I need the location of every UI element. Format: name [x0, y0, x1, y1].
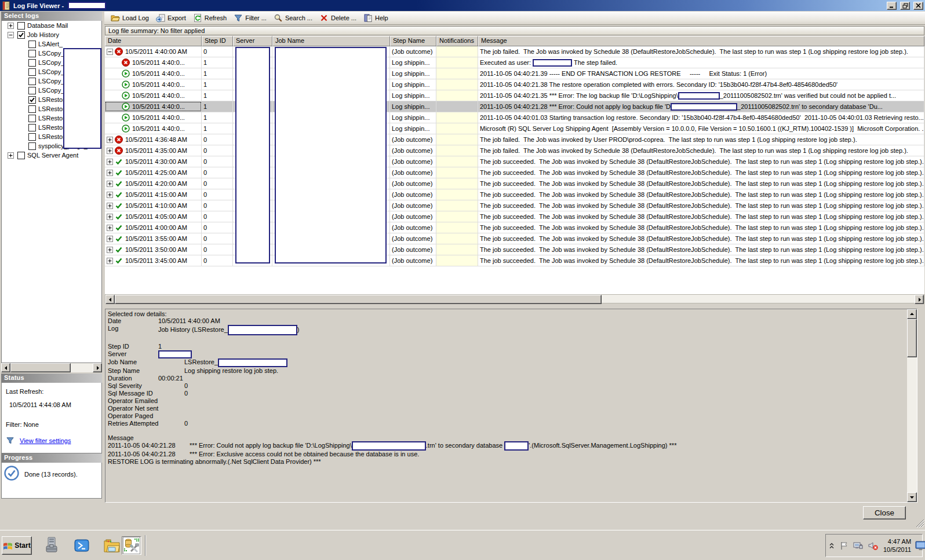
expand-icon[interactable]	[107, 148, 113, 154]
minimize-button[interactable]	[887, 2, 897, 10]
network-icon[interactable]	[853, 541, 864, 551]
scrollbar-thumb[interactable]	[115, 295, 602, 304]
column-header-step-name[interactable]: Step Name	[390, 36, 436, 46]
export-button[interactable]: Export	[152, 12, 190, 24]
view-filter-settings-link[interactable]: View filter settings	[20, 437, 71, 444]
column-header-message[interactable]: Message	[478, 36, 924, 46]
checkbox-unchecked[interactable]	[28, 124, 36, 131]
scroll-up-icon[interactable]	[907, 309, 917, 319]
scroll-left-icon[interactable]	[105, 295, 115, 304]
tree-item-job-history[interactable]: Job History	[2, 30, 101, 39]
expand-icon[interactable]	[107, 247, 113, 253]
scroll-down-icon[interactable]	[907, 492, 917, 502]
expand-icon[interactable]	[8, 152, 14, 159]
log-row[interactable]: 10/5/2011 4:40:00 AM0(Job outcome)The jo…	[105, 46, 924, 57]
notifications-cell	[436, 167, 478, 178]
checkbox-unchecked[interactable]	[28, 105, 36, 113]
log-row[interactable]: 10/5/2011 3:55:00 AM0(Job outcome)The jo…	[105, 233, 924, 244]
checkbox-unchecked[interactable]	[28, 78, 36, 85]
server-manager-icon[interactable]	[42, 536, 61, 555]
column-header-job-name[interactable]: Job Name	[272, 36, 390, 46]
checkbox-checked[interactable]	[17, 31, 25, 39]
log-row[interactable]: 10/5/2011 4:10:00 AM0(Job outcome)The jo…	[105, 200, 924, 211]
checkbox-unchecked[interactable]	[28, 59, 36, 67]
column-header-step-id[interactable]: Step ID	[202, 36, 233, 46]
expand-icon[interactable]	[8, 23, 14, 29]
checkbox-unchecked[interactable]	[28, 115, 36, 122]
expand-icon[interactable]	[107, 203, 113, 209]
log-row[interactable]: 10/5/2011 4:40:0...1Log shippin...2011-1…	[105, 90, 924, 101]
checkbox-unchecked[interactable]	[28, 133, 36, 141]
ssms-icon[interactable]	[122, 536, 141, 555]
collapse-icon[interactable]	[107, 49, 113, 55]
powershell-icon[interactable]	[72, 536, 92, 555]
flag-icon[interactable]	[839, 541, 848, 551]
refresh-button[interactable]: Refresh	[190, 12, 231, 24]
collapse-chevron-icon[interactable]	[828, 541, 835, 550]
log-row[interactable]: 10/5/2011 4:40:0...1Log shippin...2011-1…	[105, 101, 924, 112]
log-row[interactable]: 10/5/2011 4:40:0...1Log shippin...Micros…	[105, 123, 924, 134]
log-row[interactable]: 10/5/2011 4:25:00 AM0(Job outcome)The jo…	[105, 167, 924, 178]
expand-icon[interactable]	[107, 258, 113, 264]
expand-icon[interactable]	[107, 170, 113, 176]
tree-item-sql-server-agent[interactable]: SQL Server Agent	[2, 151, 101, 160]
column-header-notifications[interactable]: Notifications	[436, 36, 478, 46]
log-row[interactable]: 10/5/2011 4:40:0...1Log shippin...2011-1…	[105, 68, 924, 79]
search-button[interactable]: Search ...	[270, 12, 316, 24]
close-button[interactable]: Close	[863, 506, 906, 519]
close-window-button[interactable]	[913, 2, 923, 10]
display-icon[interactable]	[915, 540, 925, 551]
checkbox-unchecked[interactable]	[17, 22, 25, 30]
restore-button[interactable]	[900, 2, 910, 10]
expand-icon[interactable]	[107, 181, 113, 187]
checkbox-checked[interactable]	[28, 96, 36, 104]
column-header-server[interactable]: Server	[233, 36, 272, 46]
tree-horizontal-scrollbar[interactable]	[1, 363, 102, 372]
log-row[interactable]: 10/5/2011 4:30:00 AM0(Job outcome)The jo…	[105, 156, 924, 167]
load-log-button[interactable]: Load Log	[107, 12, 152, 24]
details-vertical-scrollbar[interactable]	[907, 309, 917, 502]
taskbar-clock[interactable]: 4:47 AM 10/5/2011	[883, 537, 911, 554]
help-button[interactable]: Help	[360, 12, 392, 24]
expand-icon[interactable]	[107, 214, 113, 220]
checkbox-unchecked[interactable]	[28, 50, 36, 57]
tree-item-database-mail[interactable]: Database Mail	[2, 21, 101, 30]
expand-icon[interactable]	[107, 225, 113, 231]
grid-horizontal-scrollbar[interactable]	[105, 294, 924, 303]
scrollbar-thumb[interactable]	[10, 363, 71, 372]
volume-muted-icon[interactable]	[868, 541, 879, 551]
scroll-right-icon[interactable]	[915, 295, 924, 304]
expand-icon[interactable]	[107, 236, 113, 242]
tree-item-lsalert[interactable]: LSAlert_	[2, 39, 101, 49]
log-row[interactable]: 10/5/2011 4:35:00 AM0(Job outcome)The jo…	[105, 145, 924, 156]
checkbox-unchecked[interactable]	[28, 142, 36, 150]
expand-icon[interactable]	[107, 137, 113, 143]
log-row[interactable]: 10/5/2011 4:40:0...1Log shippin...2011-1…	[105, 112, 924, 123]
log-row[interactable]: 10/5/2011 4:40:0...1Log shippin...Execut…	[105, 57, 924, 68]
windows-explorer-icon[interactable]	[102, 536, 122, 555]
expand-icon[interactable]	[107, 159, 113, 165]
log-row[interactable]: 10/5/2011 4:05:00 AM0(Job outcome)The jo…	[105, 211, 924, 222]
checkbox-unchecked[interactable]	[28, 41, 36, 48]
message-redaction	[678, 92, 720, 100]
scroll-left-icon[interactable]	[1, 363, 10, 372]
log-row[interactable]: 10/5/2011 4:15:00 AM0(Job outcome)The jo…	[105, 189, 924, 200]
delete-button[interactable]: Delete ...	[316, 12, 360, 24]
collapse-icon[interactable]	[8, 32, 14, 38]
expand-icon[interactable]	[107, 192, 113, 198]
checkbox-unchecked[interactable]	[17, 152, 25, 159]
log-row[interactable]: 10/5/2011 4:00:00 AM0(Job outcome)The jo…	[105, 222, 924, 233]
filter-button[interactable]: Filter ...	[230, 12, 270, 24]
resize-grip-icon[interactable]	[916, 519, 924, 528]
start-button[interactable]: Start	[2, 536, 32, 555]
log-row[interactable]: 10/5/2011 3:50:00 AM0(Job outcome)The jo…	[105, 244, 924, 255]
scrollbar-thumb[interactable]	[907, 319, 917, 357]
log-row[interactable]: 10/5/2011 4:20:00 AM0(Job outcome)The jo…	[105, 178, 924, 189]
checkbox-unchecked[interactable]	[28, 87, 36, 94]
log-row[interactable]: 10/5/2011 3:45:00 AM0(Job outcome)The jo…	[105, 255, 924, 266]
column-header-date[interactable]: Date	[105, 36, 202, 46]
log-row[interactable]: 10/5/2011 4:36:48 AM0(Job outcome)The jo…	[105, 134, 924, 145]
log-row[interactable]: 10/5/2011 4:40:0...1Log shippin...2011-1…	[105, 79, 924, 90]
checkbox-unchecked[interactable]	[28, 68, 36, 76]
scroll-right-icon[interactable]	[93, 363, 102, 372]
